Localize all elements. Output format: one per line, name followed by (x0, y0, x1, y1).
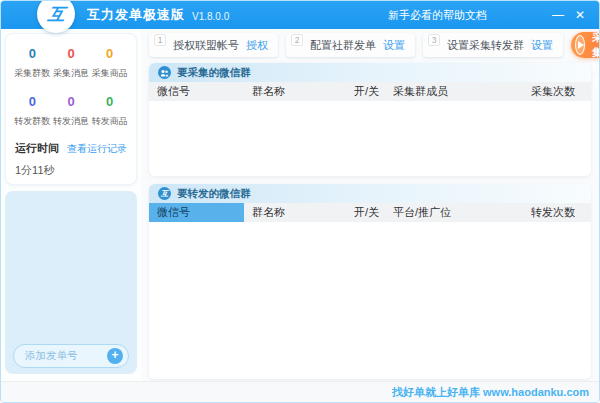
forward-groups-panel: 互 要转发的微信群 微信号 群名称 开/关 平台/推广位 转发次数 (149, 184, 591, 379)
add-sender-button plus-icon[interactable]: + (107, 348, 123, 364)
start-collect-forward-button[interactable]: 开始采集转发 (571, 32, 600, 58)
col-on-off: 开/关 (346, 82, 385, 101)
stat-label: 采集商品 (90, 67, 129, 80)
steps-toolbar: 1 授权联盟帐号 授权 2 配置社群发单 设置 3 设置采集转发群 设置 开始采… (141, 29, 599, 61)
col-wechat-id-highlighted: 微信号 (149, 203, 244, 222)
configure-sending-link[interactable]: 设置 (383, 38, 405, 53)
collect-table-header: 微信号 群名称 开/关 采集群成员 采集次数 (149, 82, 591, 101)
step-number: 1 (154, 34, 166, 46)
stats-grid: 0 采集群数 0 采集消息 0 采集商品 0 转发群数 (13, 46, 129, 128)
step-set-groups: 3 设置采集转发群 设置 (423, 33, 563, 57)
col-platform-pid: 平台/推广位 (385, 203, 523, 222)
set-groups-link[interactable]: 设置 (531, 38, 553, 53)
close-button[interactable]: ✕ (569, 1, 591, 29)
collect-section-header: 要采集的微信群 (149, 63, 591, 82)
stat-collect-products: 0 采集商品 (90, 46, 129, 80)
stat-label: 转发商品 (90, 115, 129, 128)
col-collect-members: 采集群成员 (385, 82, 523, 101)
help-doc-link[interactable]: 新手必看的帮助文档 (388, 8, 487, 23)
stat-value: 0 (52, 94, 91, 109)
app-version: V1.8.0.0 (192, 11, 229, 22)
title-bar: 互 互力发单极速版 V1.8.0.0 新手必看的帮助文档 — ✕ (1, 1, 599, 29)
stat-label: 转发群数 (13, 115, 52, 128)
forward-section-title: 要转发的微信群 (177, 187, 251, 201)
runtime-label: 运行时间 (15, 141, 59, 156)
step-label: 设置采集转发群 (447, 38, 524, 53)
stat-value: 0 (52, 46, 91, 61)
step-number: 2 (291, 34, 303, 46)
authorize-link[interactable]: 授权 (246, 38, 268, 53)
stat-label: 采集消息 (52, 67, 91, 80)
stat-forward-products: 0 转发商品 (90, 94, 129, 128)
col-group-name: 群名称 (244, 82, 346, 101)
view-run-log-link[interactable]: 查看运行记录 (67, 142, 127, 156)
stat-value: 0 (13, 46, 52, 61)
col-on-off: 开/关 (346, 203, 385, 222)
stat-value: 0 (13, 94, 52, 109)
haodanku-slogan-link[interactable]: 找好单就上好单库 www.haodanku.com (392, 385, 589, 400)
stat-value: 0 (90, 46, 129, 61)
stat-forward-groups: 0 转发群数 (13, 94, 52, 128)
step-label: 授权联盟帐号 (173, 38, 239, 53)
col-forward-count: 转发次数 (523, 203, 591, 222)
stat-collect-messages: 0 采集消息 (52, 46, 91, 80)
app-title: 互力发单极速版 (87, 6, 185, 24)
forward-table-header: 微信号 群名称 开/关 平台/推广位 转发次数 (149, 203, 591, 222)
content-row: 0 采集群数 0 采集消息 0 采集商品 0 转发群数 (1, 29, 599, 381)
app-logo-icon: 互 (37, 0, 75, 33)
stat-value: 0 (90, 94, 129, 109)
add-sender-input[interactable]: 添加发单号 + (13, 344, 129, 368)
stats-card: 0 采集群数 0 采集消息 0 采集商品 0 转发群数 (5, 33, 137, 185)
app-window: 互 互力发单极速版 V1.8.0.0 新手必看的帮助文档 — ✕ 0 采集群数 … (0, 0, 600, 403)
col-group-name: 群名称 (244, 203, 346, 222)
stat-label: 采集群数 (13, 67, 52, 80)
stat-forward-messages: 0 转发消息 (52, 94, 91, 128)
stat-label: 转发消息 (52, 115, 91, 128)
add-sender-placeholder: 添加发单号 (25, 349, 107, 363)
main-column: 1 授权联盟帐号 授权 2 配置社群发单 设置 3 设置采集转发群 设置 开始采… (141, 29, 599, 381)
tables-area: 要采集的微信群 微信号 群名称 开/关 采集群成员 采集次数 互 (141, 61, 599, 381)
step-authorize-account: 1 授权联盟帐号 授权 (149, 33, 278, 57)
collect-groups-panel: 要采集的微信群 微信号 群名称 开/关 采集群成员 采集次数 (149, 63, 591, 176)
col-collect-count: 采集次数 (523, 82, 591, 101)
stat-collect-groups: 0 采集群数 (13, 46, 52, 80)
collect-section-title: 要采集的微信群 (177, 66, 251, 80)
runtime-row: 运行时间 查看运行记录 (13, 141, 129, 156)
sender-accounts-list: 添加发单号 + (5, 191, 137, 374)
runtime-value: 1分11秒 (13, 163, 129, 178)
step-configure-sending: 2 配置社群发单 设置 (286, 33, 415, 57)
col-wechat-id: 微信号 (149, 82, 244, 101)
step-label: 配置社群发单 (310, 38, 376, 53)
footer-bar: 找好单就上好单库 www.haodanku.com (1, 381, 599, 402)
step-number: 3 (428, 34, 440, 46)
group-people-icon (158, 66, 171, 79)
minimize-button[interactable]: — (547, 1, 569, 29)
forward-section-header: 互 要转发的微信群 (149, 184, 591, 203)
sidebar: 0 采集群数 0 采集消息 0 采集商品 0 转发群数 (1, 29, 141, 381)
play-icon (575, 35, 585, 55)
logo-glyph: 互 (46, 3, 66, 26)
forward-logo-icon: 互 (158, 187, 171, 200)
